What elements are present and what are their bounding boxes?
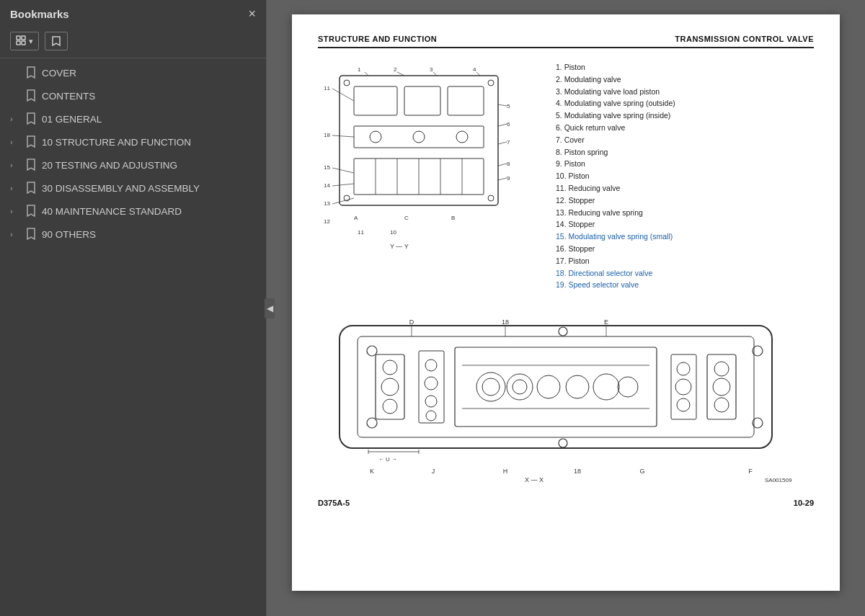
- svg-text:15: 15: [324, 164, 330, 171]
- sidebar-title: Bookmarks: [10, 8, 69, 20]
- svg-line-42: [498, 104, 507, 106]
- page-footer: D375A-5 10-29: [318, 499, 814, 507]
- svg-point-87: [675, 379, 691, 395]
- footer-model: D375A-5: [318, 499, 350, 507]
- svg-text:2: 2: [394, 66, 397, 73]
- bookmark-icon: [26, 66, 36, 79]
- parts-list-item: 11. Reducing valve: [556, 182, 814, 195]
- bookmark-item-testing[interactable]: ›20 TESTING AND ADJUSTING: [0, 153, 266, 177]
- close-button[interactable]: ×: [248, 7, 256, 20]
- main-content: STRUCTURE AND FUNCTION TRANSMISSION CONT…: [267, 0, 865, 616]
- bookmark-label: 01 GENERAL: [42, 114, 256, 125]
- svg-text:D: D: [409, 318, 414, 326]
- svg-rect-3: [22, 41, 25, 45]
- svg-text:9: 9: [507, 175, 510, 182]
- bookmark-item-contents[interactable]: CONTENTS: [0, 84, 266, 107]
- chevron-icon: ›: [10, 207, 20, 215]
- svg-rect-65: [376, 354, 404, 419]
- svg-text:← U →: ← U →: [378, 456, 397, 463]
- bookmark-label: CONTENTS: [42, 91, 256, 102]
- parts-list-item: 8. Piston spring: [556, 146, 814, 159]
- svg-point-78: [513, 380, 527, 394]
- svg-line-29: [332, 184, 354, 186]
- svg-text:11: 11: [358, 229, 364, 236]
- parts-list-item: 3. Modulating valve load piston: [556, 86, 814, 98]
- svg-rect-0: [17, 36, 20, 40]
- svg-point-64: [559, 439, 567, 447]
- sidebar: Bookmarks × ▾ COVERCONTENTS›01 GENERAL›1…: [0, 0, 267, 616]
- page-view-button[interactable]: ▾: [10, 32, 39, 50]
- svg-point-68: [383, 399, 397, 414]
- svg-text:18: 18: [502, 318, 509, 326]
- svg-rect-1: [22, 36, 25, 40]
- svg-point-92: [714, 398, 729, 412]
- svg-rect-8: [354, 126, 484, 148]
- bookmark-icon: [26, 89, 36, 102]
- svg-rect-7: [448, 86, 484, 115]
- svg-point-79: [537, 375, 560, 398]
- parts-list-item: 10. Piston: [556, 170, 814, 182]
- parts-list-item: 7. Cover: [556, 134, 814, 146]
- svg-text:18: 18: [574, 468, 581, 475]
- page-header-left: STRUCTURE AND FUNCTION: [318, 35, 437, 43]
- parts-list-item: 19. Speed selector valve: [556, 279, 814, 291]
- bookmark-label: 40 MAINTENANCE STANDARD: [42, 206, 256, 217]
- svg-text:14: 14: [324, 182, 330, 189]
- svg-point-76: [482, 378, 500, 396]
- grid-icon: [16, 35, 27, 47]
- parts-list-item: 15. Modulating valve spring (small): [556, 231, 814, 243]
- bottom-diagram: ← U → K J H 18 G F D 18 E X — X: [318, 311, 814, 487]
- parts-list-item: 1. Piston: [556, 61, 814, 73]
- parts-list-item: 12. Stopper: [556, 195, 814, 207]
- svg-point-21: [488, 195, 494, 201]
- svg-point-11: [456, 131, 468, 143]
- bookmark-item-others[interactable]: ›90 OTHERS: [0, 223, 266, 246]
- parts-list-item: 2. Modulating valve: [556, 73, 814, 86]
- dropdown-arrow: ▾: [29, 37, 33, 46]
- page-container: STRUCTURE AND FUNCTION TRANSMISSION CONT…: [292, 14, 840, 591]
- footer-page-number: 10-29: [794, 499, 814, 507]
- bookmark-item-disassembly[interactable]: ›30 DISASSEMBLY AND ASSEMBLY: [0, 177, 266, 200]
- sidebar-header: Bookmarks ×: [0, 0, 266, 27]
- bookmark-view-button[interactable]: [45, 32, 68, 50]
- bookmark-item-maintenance[interactable]: ›40 MAINTENANCE STANDARD: [0, 200, 266, 223]
- bookmark-icon: [26, 112, 36, 125]
- svg-text:11: 11: [324, 85, 330, 91]
- svg-point-77: [507, 374, 533, 400]
- parts-list-item: 13. Reducing valve spring: [556, 207, 814, 219]
- bookmark-item-structure[interactable]: ›10 STRUCTURE AND FUNCTION: [0, 130, 266, 153]
- diagram-area: 11 18 15 14 13 12 1 2: [318, 61, 814, 291]
- chevron-icon: ›: [10, 161, 20, 169]
- bookmark-icon: [26, 228, 36, 241]
- bookmark-label: 10 STRUCTURE AND FUNCTION: [42, 137, 256, 148]
- chevron-left-icon: ◀: [267, 303, 273, 313]
- svg-point-88: [677, 398, 690, 411]
- svg-line-31: [332, 198, 354, 204]
- bookmark-item-general[interactable]: ›01 GENERAL: [0, 107, 266, 130]
- parts-list-item: 16. Stopper: [556, 243, 814, 255]
- svg-rect-6: [404, 86, 440, 115]
- svg-text:X — X: X — X: [525, 476, 544, 483]
- parts-list-item: 6. Quick return valve: [556, 122, 814, 134]
- bookmark-icon: [50, 35, 62, 47]
- svg-text:10: 10: [390, 229, 396, 236]
- svg-line-25: [332, 135, 354, 137]
- bottom-diagram-svg: ← U → K J H 18 G F D 18 E X — X: [318, 311, 815, 484]
- bookmark-item-cover[interactable]: COVER: [0, 61, 266, 84]
- parts-list-item: 5. Modulating valve spring (inside): [556, 110, 814, 122]
- svg-text:3: 3: [430, 66, 433, 73]
- parts-list-item: 9. Piston: [556, 158, 814, 170]
- svg-point-18: [344, 80, 350, 86]
- svg-text:7: 7: [507, 139, 510, 146]
- collapse-sidebar-button[interactable]: ◀: [265, 298, 275, 318]
- svg-rect-69: [419, 351, 444, 423]
- toolbar: ▾: [0, 27, 266, 58]
- svg-point-60: [367, 418, 377, 428]
- svg-point-91: [713, 378, 730, 396]
- svg-line-23: [332, 89, 354, 101]
- parts-list-item: 14. Stopper: [556, 218, 814, 231]
- top-diagram-svg: 11 18 15 14 13 12 1 2: [318, 61, 541, 277]
- svg-rect-5: [354, 86, 397, 115]
- svg-point-86: [677, 362, 690, 375]
- svg-text:8: 8: [507, 161, 510, 167]
